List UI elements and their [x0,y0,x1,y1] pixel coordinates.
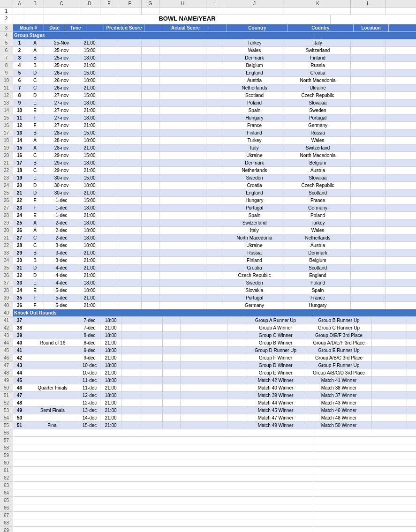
match-num-24[interactable]: 24 [13,212,26,219]
ko-match-num-45[interactable]: 45 [13,377,26,384]
group-row-28: 32 28 C 3-dec 18:00 Ukraine Austria [0,242,416,249]
ko-match-num-43[interactable]: 43 [13,362,26,369]
match-num-18[interactable]: 18 [13,167,26,174]
ko-time-46: 21:00 [100,384,121,391]
rn-ko: 40 [0,309,13,316]
ko-match-num-39[interactable]: 39 [13,332,26,339]
rn-g40: 40 [0,302,13,309]
match-num-30[interactable]: 30 [13,257,26,264]
match-num-33[interactable]: 33 [13,279,26,286]
match-time-5: 15:00 [79,69,100,76]
match-time-15: 21:00 [79,144,100,151]
match-num-19[interactable]: 19 [13,174,26,181]
rn-ko-43: 43 [0,332,13,339]
match-num-35[interactable]: 35 [13,294,26,301]
ko-match-num-37[interactable]: 37 [13,317,26,324]
col-a[interactable]: A [13,0,26,7]
ko-date-43: 10-dec [79,362,100,369]
ko-match-num-49[interactable]: 49 [13,407,26,414]
spreadsheet-body: 1 2 BOWL NAME/YEAR 3 Match # Date [0,7,416,532]
col-f[interactable]: F [118,0,142,7]
col-j[interactable]: J [224,0,285,7]
match-num-34[interactable]: 34 [13,287,26,294]
match-num-25[interactable]: 25 [13,219,26,226]
match-num-27[interactable]: 27 [13,234,26,241]
match-num-12[interactable]: 12 [13,122,26,129]
match-num-6[interactable]: 6 [13,77,26,84]
match-c2-8: Czech Republic [285,92,351,99]
ko-date-49: 13-dec [79,407,100,414]
match-num-7[interactable]: 7 [13,84,26,91]
match-date-16: 29-nov [44,152,79,159]
match-num-16[interactable]: 16 [13,152,26,159]
ko-c1-42: Group F Winner [245,354,306,361]
match-num-2[interactable]: 2 [13,47,26,54]
ko-match-num-41[interactable]: 41 [13,347,26,354]
ko-match-num-42[interactable]: 42 [13,354,26,361]
header-country2: Country [288,24,354,31]
match-num-10[interactable]: 10 [13,107,26,114]
col-l[interactable]: L [351,0,386,7]
col-k[interactable]: K [285,0,351,7]
ko-match-num-50[interactable]: 50 [13,414,26,421]
match-num-9[interactable]: 9 [13,99,26,106]
match-num-4[interactable]: 4 [13,62,26,69]
match-time-14: 18:00 [79,137,100,144]
header-date: Date [44,24,65,31]
rn-ko-49: 49 [0,377,13,384]
match-date-24: 1-dec [44,212,79,219]
match-grp-14: A [26,137,44,144]
ko-match-num-44[interactable]: 44 [13,369,26,376]
match-num-14[interactable]: 14 [13,137,26,144]
ko-c2-43: Group F Runner Up [306,362,372,369]
match-num-17[interactable]: 17 [13,159,26,166]
match-num-11[interactable]: 11 [13,114,26,121]
match-num-8[interactable]: 8 [13,92,26,99]
ko-match-num-40[interactable]: 40 [13,339,26,346]
col-d[interactable]: D [79,0,100,7]
match-c1-4: Belgium [224,62,285,69]
rn-ko-41: 41 [0,317,13,324]
match-num-29[interactable]: 29 [13,249,26,256]
match-num-36[interactable]: 36 [13,302,26,309]
ko-match-num-48[interactable]: 48 [13,399,26,406]
match-num-31[interactable]: 31 [13,264,26,271]
ko-c1-38: Group A Winner [245,324,306,331]
col-i[interactable]: I [206,0,224,7]
group-row-11: 15 11 F 27-nov 18:00 Hungary Portugal [0,114,416,122]
match-num-20[interactable]: 20 [13,182,26,189]
col-e[interactable]: E [100,0,118,7]
group-row-14: 18 14 A 28-nov 18:00 Turkey Wales [0,137,416,144]
col-c[interactable]: C [44,0,79,7]
col-g[interactable]: G [142,0,159,7]
ko-c2-49: Match 46 Winner [306,407,372,414]
ko-match-num-38[interactable]: 38 [13,324,26,331]
ko-date-37: 7-dec [79,317,100,324]
match-num-23[interactable]: 23 [13,204,26,211]
match-num-15[interactable]: 15 [13,144,26,151]
match-date-25: 2-dec [44,219,79,226]
rn-g34: 34 [0,257,13,264]
match-num-22[interactable]: 22 [13,197,26,204]
ko-c2-41: Group E Runner Up [306,347,372,354]
ko-match-num-46[interactable]: 46 [13,384,26,391]
match-c1-9: Poland [224,99,285,106]
rn-g16: 16 [0,122,13,129]
match-num-28[interactable]: 28 [13,242,26,249]
match-grp-25: A [26,219,44,226]
match-num-1[interactable]: 1 [13,39,26,46]
match-num-3[interactable]: 3 [13,54,26,61]
match-c2-27: Netherlands [285,234,351,241]
match-num-5[interactable]: 5 [13,69,26,76]
col-b[interactable]: B [26,0,44,7]
match-num-13[interactable]: 13 [13,129,26,136]
col-h[interactable]: H [159,0,206,7]
group-row-12: 16 12 F 27-nov 21:00 France Germany [0,122,416,129]
match-num-21[interactable]: 21 [13,189,26,196]
match-grp-8: D [26,92,44,99]
rn-4: 4 [0,32,13,39]
ko-match-num-47[interactable]: 47 [13,392,26,399]
ko-match-num-51[interactable]: 51 [13,422,26,429]
match-num-32[interactable]: 32 [13,272,26,279]
match-num-26[interactable]: 26 [13,227,26,234]
